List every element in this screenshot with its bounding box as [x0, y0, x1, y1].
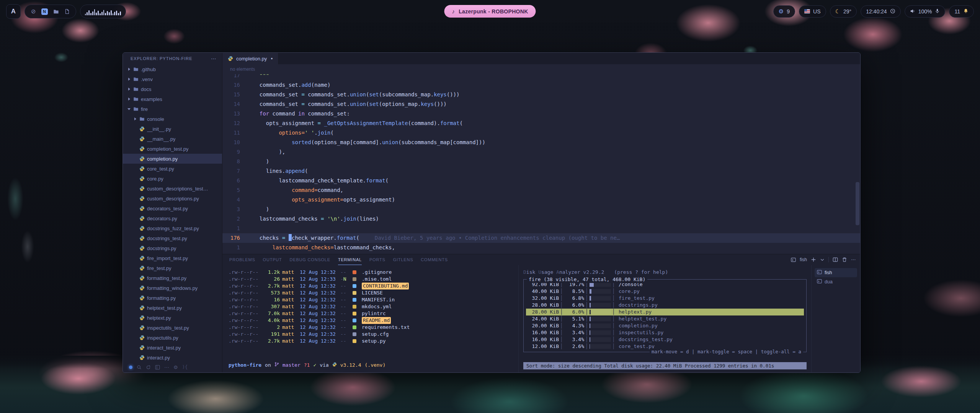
audio-widget[interactable]: 100% — [905, 5, 946, 18]
explorer-item-formatting.py[interactable]: formatting.py — [123, 293, 222, 303]
editor-scrollbar[interactable] — [856, 74, 859, 254]
explorer-item-__main__.py[interactable]: __main__.py — [123, 134, 222, 144]
explorer-item-completion_test.py[interactable]: completion_test.py — [123, 144, 222, 154]
explorer-item-completion.py[interactable]: completion.py — [123, 154, 222, 164]
code-line[interactable]: 8 ) — [222, 157, 860, 166]
explorer-item-docs[interactable]: docs — [123, 84, 222, 94]
gear-icon[interactable]: ⚙ — [173, 364, 178, 370]
launcher-button[interactable]: A — [6, 4, 21, 19]
code-line[interactable]: 2 lastcommand_checks = '\n'.join(lines) — [222, 214, 860, 224]
explorer-item-__init__.py[interactable]: __init__.py — [123, 124, 222, 134]
panel-tab-problems[interactable]: PROBLEMS — [229, 254, 255, 265]
code-line[interactable]: 10 sorted(options_map[command].union(sub… — [222, 138, 860, 147]
dua-row-helptext_test.py[interactable]: 24.00 KiB│5.1%││helptext_test.py — [526, 315, 804, 322]
explorer-item-docstrings_test.py[interactable]: docstrings_test.py — [123, 233, 222, 243]
scrollbar-thumb[interactable] — [856, 182, 859, 225]
panel-tab-comments[interactable]: COMMENTS — [421, 254, 448, 265]
code-line[interactable]: 11 options=' '.join( — [222, 128, 860, 138]
dua-row-completion.py[interactable]: 20.00 KiB│4.3%││completion.py — [526, 322, 804, 329]
explorer-item-fire_import_test.py[interactable]: fire_import_test.py — [123, 253, 222, 263]
explorer-item-core.py[interactable]: core.py — [123, 174, 222, 184]
explorer-item-interact.py[interactable]: interact.py — [123, 353, 222, 362]
search-icon[interactable] — [137, 365, 142, 370]
dua-row-inspectutils.py[interactable]: 16.00 KiB│3.4%││inspectutils.py — [526, 329, 804, 336]
tab-completion-py[interactable]: completion.py ● — [222, 53, 279, 64]
ellipsis-icon[interactable]: ⋯ — [164, 364, 169, 370]
folder-tray-icon[interactable] — [53, 9, 59, 15]
panel-tab-debug-console[interactable]: DEBUG CONSOLE — [290, 254, 330, 265]
explorer-item-.venv[interactable]: .venv — [123, 74, 222, 84]
explorer-item-interact_test.py[interactable]: interact_test.py — [123, 343, 222, 353]
sync-icon[interactable] — [146, 365, 151, 370]
clock-widget[interactable]: 12:40:24 — [861, 5, 901, 18]
breadcrumb[interactable]: no elements — [222, 64, 860, 74]
explorer-item-docstrings_fuzz_test.py[interactable]: docstrings_fuzz_test.py — [123, 223, 222, 233]
updates-widget[interactable]: ⚙ 9 — [773, 5, 795, 18]
audio-visualizer[interactable] — [80, 5, 126, 18]
explorer-item-docstrings.py[interactable]: docstrings.py — [123, 243, 222, 253]
code-line[interactable]: 3 ) — [222, 205, 860, 214]
dua-row-fire_test.py[interactable]: 32.00 KiB│6.8%││fire_test.py — [526, 295, 804, 302]
terminal-pane-dua[interactable]: Disk Usage Analyzer v2.29.2(press ? for … — [518, 265, 811, 372]
explorer-item-helptext_test.py[interactable]: helptext_test.py — [123, 303, 222, 313]
panel-tab-terminal[interactable]: TERMINAL — [338, 254, 362, 265]
code-line[interactable]: 13 for command in commands_set: — [222, 109, 860, 119]
remote-indicator[interactable] — [129, 366, 132, 369]
explorer-item-formatting_test.py[interactable]: formatting_test.py — [123, 273, 222, 283]
terminal-session-fish[interactable]: fish — [815, 268, 857, 277]
explorer-item-custom_descriptions.py[interactable]: custom_descriptions.py — [123, 193, 222, 203]
panel-tab-output[interactable]: OUTPUT — [263, 254, 282, 265]
panel-tab-ports[interactable]: PORTS — [369, 254, 385, 265]
code-line[interactable]: 5 command=command, — [222, 185, 860, 195]
now-playing-widget[interactable]: ♪ Lazerpunk - ROBOPHONK — [444, 5, 536, 18]
explorer-item-inspectutils_test.py[interactable]: inspectutils_test.py — [123, 323, 222, 333]
code-line[interactable]: 176 checks = check_wrapper.format(David … — [222, 233, 860, 243]
explorer-item-inspectutils.py[interactable]: inspectutils.py — [123, 333, 222, 343]
split-terminal-icon[interactable] — [833, 257, 838, 262]
code-line[interactable]: 6 lastcommand_check_template.format( — [222, 176, 860, 185]
dua-row-docstrings.py[interactable]: 28.00 KiB│6.0%││docstrings.py — [526, 302, 804, 309]
shell-profile-label[interactable]: fish — [800, 257, 807, 262]
weather-widget[interactable]: ☾ 29° — [830, 5, 857, 18]
explorer-item-fire_test.py[interactable]: fire_test.py — [123, 263, 222, 273]
new-terminal-icon[interactable] — [811, 257, 816, 262]
keyboard-layout-widget[interactable]: US — [799, 5, 826, 18]
dua-row-helptext.py[interactable]: 28.00 KiB│6.0%││helptext.py — [526, 309, 804, 315]
code-line[interactable]: 4 opts_assignment=opts_assignment) — [222, 195, 860, 205]
terminal-session-dua[interactable]: dua — [815, 277, 857, 286]
panel-tab-gitlens[interactable]: GITLENS — [393, 254, 413, 265]
explorer-item-decorators_test.py[interactable]: decorators_test.py — [123, 203, 222, 213]
explorer-item-.github[interactable]: .github — [123, 64, 222, 74]
document-tray-icon[interactable] — [64, 9, 70, 14]
explorer-item-console[interactable]: console — [123, 114, 222, 124]
layout-icon[interactable] — [155, 365, 160, 370]
notes-badge[interactable]: N — [41, 8, 48, 15]
explorer-more-icon[interactable]: ⋯ — [211, 55, 217, 62]
explorer-item-formatting_windows.py[interactable]: formatting_windows.py — [123, 283, 222, 293]
code-line[interactable]: 15 commands_set = commands_set.union(set… — [222, 90, 860, 99]
code-line[interactable]: 9 ), — [222, 147, 860, 157]
panel-more-icon[interactable]: ⋯ — [851, 257, 856, 262]
code-line[interactable]: 12 opts_assignment = _GetOptsAssignmentT… — [222, 119, 860, 128]
dnd-icon[interactable]: ⊘ — [31, 8, 36, 15]
kill-terminal-icon[interactable] — [842, 257, 847, 262]
modified-dot-icon[interactable]: ● — [271, 57, 273, 60]
dua-row-core.py[interactable]: 40.00 KiB│8.5%││core.py — [526, 288, 804, 295]
explorer-item-decorators.py[interactable]: decorators.py — [123, 213, 222, 223]
chevron-down-icon[interactable] — [820, 257, 825, 262]
code-line[interactable]: 1 lastcommand_checks=lastcommand_checks, — [222, 243, 860, 252]
notifications-widget[interactable]: 11 — [949, 5, 974, 18]
code-line[interactable]: 17 """ — [222, 74, 860, 80]
explorer-item-core_test.py[interactable]: core_test.py — [123, 164, 222, 174]
code-editor[interactable]: 17 """16 commands_set.add(name)15 comman… — [222, 74, 860, 254]
explorer-item-fire[interactable]: fire — [123, 104, 222, 114]
code-line[interactable]: 14 commands_set = commands_set.union(set… — [222, 99, 860, 109]
terminal-pane-fish[interactable]: .rw-r--r--1.2kmatt12 Aug 12:32--.gitigno… — [222, 265, 518, 372]
dua-row-docstrings_test.py[interactable]: 16.00 KiB│3.4%││docstrings_test.py — [526, 336, 804, 343]
code-line[interactable]: 16 commands_set.add(name) — [222, 80, 860, 90]
code-line[interactable]: 1 — [222, 224, 860, 233]
explorer-item-custom_descriptions_test[interactable]: custom_descriptions_test… — [123, 184, 222, 193]
explorer-item-helptext.py[interactable]: helptext.py — [123, 313, 222, 323]
code-line[interactable]: 7 lines.append( — [222, 166, 860, 176]
explorer-item-examples[interactable]: examples — [123, 94, 222, 104]
